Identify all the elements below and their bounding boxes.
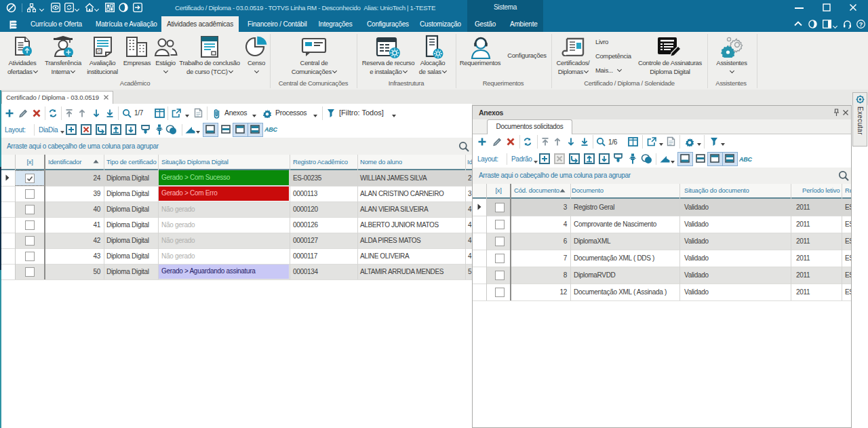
- svg-text:G: G: [97, 50, 100, 54]
- svg-text:?: ?: [859, 21, 863, 28]
